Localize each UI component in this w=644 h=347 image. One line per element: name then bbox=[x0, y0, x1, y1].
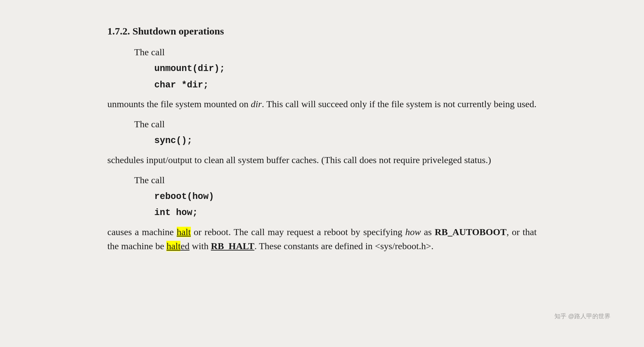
the-call-3: The call bbox=[134, 173, 537, 187]
code-block-3: reboot(how) int how; bbox=[154, 190, 537, 220]
paragraph-3-rbhalt-bold: RB_HALT bbox=[211, 241, 255, 251]
paragraph-3-with: with bbox=[190, 241, 211, 251]
paragraph-3-halted-highlight: halt bbox=[166, 241, 180, 251]
paragraph-3-end: . These constants are defined in <sys/re… bbox=[254, 241, 433, 251]
paragraph-3-prefix: causes a machine bbox=[107, 227, 177, 237]
paragraph-3-how-italic: how bbox=[405, 227, 421, 237]
paragraph-3-as: as bbox=[421, 227, 435, 237]
code-line-sync: sync(); bbox=[154, 134, 537, 148]
code-line-int-how: int how; bbox=[154, 206, 537, 220]
page-container: 1.7.2. Shutdown operations The call unmo… bbox=[87, 13, 557, 269]
paragraph-3-rb-bold: RB_AUTOBOOT bbox=[435, 227, 506, 237]
code-block-2: sync(); bbox=[154, 134, 537, 148]
paragraph-1-prefix: unmounts the file system mounted on bbox=[107, 99, 251, 109]
paragraph-1: unmounts the file system mounted on dir.… bbox=[107, 97, 537, 111]
paragraph-3-halt-highlight: halt bbox=[177, 227, 191, 237]
the-call-2: The call bbox=[134, 117, 537, 131]
section-heading: 1.7.2. Shutdown operations bbox=[107, 23, 537, 39]
paragraph-3: causes a machine halt or reboot. The cal… bbox=[107, 225, 537, 253]
paragraph-3-mid: or reboot. The call may request a reboot… bbox=[191, 227, 406, 237]
code-line-unmount: unmount(dir); bbox=[154, 62, 537, 76]
code-block-1: unmount(dir); char *dir; bbox=[154, 62, 537, 92]
paragraph-3-halted2: ed bbox=[180, 241, 189, 251]
the-call-1: The call bbox=[134, 45, 537, 59]
code-line-reboot: reboot(how) bbox=[154, 190, 537, 204]
paragraph-1-rest: . This call will succeed only if the fil… bbox=[262, 99, 536, 109]
watermark: 知乎 @路人甲的世界 bbox=[554, 312, 610, 320]
paragraph-1-italic: dir bbox=[251, 99, 262, 109]
code-line-char-dir: char *dir; bbox=[154, 78, 537, 92]
paragraph-2: schedules input/output to clean all syst… bbox=[107, 153, 537, 167]
